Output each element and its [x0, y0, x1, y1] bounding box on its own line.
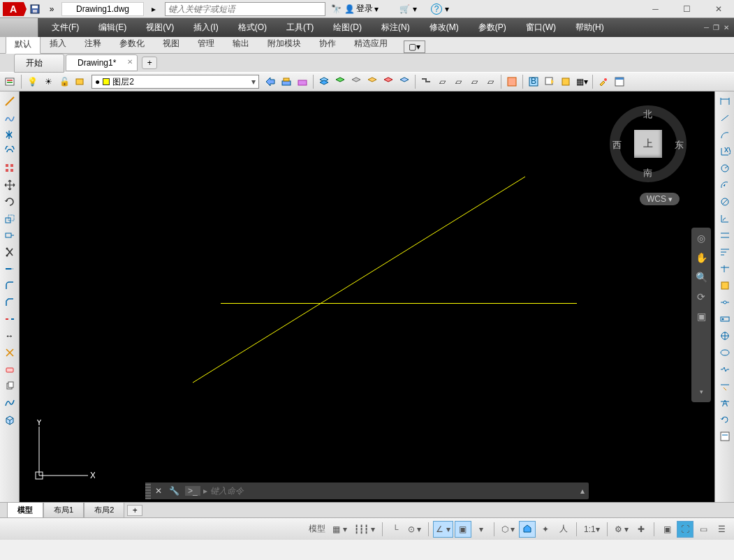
trim-tool-icon[interactable] — [1, 244, 18, 260]
layer-match-icon[interactable] — [279, 74, 294, 89]
menu-tools[interactable]: 工具(T) — [277, 18, 323, 37]
dim-edit-icon[interactable] — [717, 378, 733, 394]
viewcube-top[interactable]: 上 — [634, 130, 662, 158]
layer-combo[interactable]: ● 图层2 ▾ — [91, 75, 259, 89]
layers-thaw-icon[interactable] — [397, 74, 412, 89]
jog-line-icon[interactable] — [717, 362, 733, 377]
help-dropdown-icon[interactable]: ▾ — [445, 4, 449, 14]
dim-aligned-icon[interactable] — [717, 110, 733, 126]
annomonitor-icon[interactable]: 人 — [555, 521, 572, 538]
transparency-toggle-icon[interactable] — [519, 521, 536, 538]
snap-toggle-icon[interactable]: ┇┇┇ ▾ — [351, 521, 378, 538]
tab-output[interactable]: 输出 — [223, 34, 258, 53]
scale-tool-icon[interactable] — [1, 211, 18, 226]
nav-showmotion-icon[interactable]: ▣ — [693, 309, 709, 324]
dim-quick-icon[interactable] — [717, 228, 733, 243]
exchange-icon[interactable]: 🛒 — [399, 4, 410, 14]
array-tool-icon[interactable] — [1, 161, 18, 176]
stretch-tool-icon[interactable] — [1, 228, 18, 243]
title-search-arrow-icon[interactable]: ▸ — [146, 1, 161, 17]
layers-on-icon[interactable] — [332, 74, 348, 89]
help-icon[interactable]: ? — [431, 3, 442, 15]
menu-view[interactable]: 视图(V) — [136, 18, 184, 37]
layer-lock-icon[interactable]: 🔓 — [57, 74, 72, 89]
anno-scale-icon[interactable]: 1:1 ▾ — [581, 521, 603, 538]
cmdline-config-icon[interactable]: 🔧 — [166, 486, 182, 496]
explode-tool-icon[interactable] — [1, 345, 18, 360]
status-model-button[interactable]: 模型 — [306, 521, 328, 538]
tab-view[interactable]: 视图 — [154, 34, 189, 53]
filetab-drawing1[interactable]: Drawing1*✕ — [66, 54, 138, 71]
annotation-visibility-icon[interactable]: ✚ — [633, 521, 649, 538]
mirror-tool-icon[interactable] — [1, 127, 18, 142]
layer-properties-icon[interactable] — [3, 74, 18, 89]
mdi-minimize-icon[interactable]: ─ — [702, 24, 711, 31]
copy-tool-icon[interactable] — [1, 378, 18, 394]
layout-add-button[interactable]: + — [127, 505, 142, 516]
binoculars-icon[interactable]: 🔭 — [331, 4, 342, 14]
command-input[interactable] — [207, 486, 576, 496]
inspect-icon[interactable] — [717, 345, 733, 360]
join-tool-icon[interactable]: ↔ — [1, 328, 18, 344]
chamfer-tool-icon[interactable] — [1, 295, 18, 310]
dim-tedit-icon[interactable]: A — [717, 395, 733, 411]
layer-filter-icon[interactable]: 💡 — [24, 74, 40, 89]
dim-style-icon[interactable] — [717, 429, 733, 444]
erase-tool-icon[interactable] — [1, 362, 18, 377]
tab-annotate[interactable]: 注释 — [75, 34, 110, 53]
nav-zoom-icon[interactable]: 🔍 — [693, 270, 709, 285]
viewcube-south[interactable]: 南 — [643, 167, 652, 179]
viewcube-west[interactable]: 西 — [612, 139, 622, 152]
tab-featured[interactable]: 精选应用 — [345, 34, 397, 53]
dim-ordinate-icon[interactable]: xy — [717, 144, 733, 159]
drawn-line-horizontal[interactable] — [221, 303, 577, 304]
viewcube-north[interactable]: 北 — [643, 108, 652, 121]
ucs-icon[interactable]: XY — [32, 420, 95, 482]
mdi-close-icon[interactable]: ✕ — [721, 24, 731, 31]
maximize-button[interactable]: ☐ — [671, 0, 703, 18]
properties-match-icon[interactable] — [596, 74, 611, 89]
layers-stack-icon[interactable] — [316, 74, 332, 89]
move-tool-icon[interactable] — [1, 177, 18, 193]
viewcube-east[interactable]: 东 — [675, 139, 684, 152]
block-create-icon[interactable]: B — [526, 74, 541, 89]
menu-insert[interactable]: 插入(I) — [184, 18, 228, 37]
app-logo[interactable]: A — [3, 2, 24, 16]
qat-save-icon[interactable] — [27, 1, 43, 17]
offset-tool-icon[interactable] — [1, 144, 18, 159]
dim-baseline-icon[interactable] — [717, 244, 733, 260]
center-mark-icon[interactable] — [717, 328, 733, 344]
tab-collab[interactable]: 协作 — [310, 34, 345, 53]
lineweight-toggle-icon[interactable]: ⬡ ▾ — [499, 521, 518, 538]
search-input[interactable] — [165, 2, 325, 16]
extend-tool-icon[interactable] — [1, 261, 18, 277]
close-button[interactable]: ✕ — [703, 0, 734, 18]
cycling-toggle-icon[interactable]: ✦ — [537, 521, 554, 538]
block-define-icon[interactable]: ▦▾ — [574, 74, 589, 89]
tab-manage[interactable]: 管理 — [189, 34, 223, 53]
menu-window[interactable]: 窗口(W) — [516, 18, 566, 37]
dim-linear-icon[interactable] — [717, 94, 733, 109]
menu-help[interactable]: 帮助(H) — [566, 18, 614, 37]
nav-expand-icon[interactable]: ▾ — [693, 384, 709, 399]
user-icon[interactable]: 👤 登录 ▾ — [344, 3, 379, 15]
ortho-toggle-icon[interactable]: └ — [387, 521, 404, 538]
layers-vp-icon[interactable]: ▱ — [450, 74, 466, 89]
menu-draw[interactable]: 绘图(D) — [323, 18, 372, 37]
layers-walk-icon[interactable]: ▱ — [434, 74, 450, 89]
filetab-close-icon[interactable]: ✕ — [127, 58, 133, 66]
qat-more-icon[interactable]: » — [44, 1, 59, 17]
tab-insert[interactable]: 插入 — [41, 34, 75, 53]
minimize-button[interactable]: ─ — [640, 0, 671, 18]
cmdline-history-icon[interactable]: ▴ — [576, 486, 589, 496]
layers-copy-icon[interactable]: ▱ — [467, 74, 482, 89]
layers-lock-icon[interactable] — [365, 74, 380, 89]
hardware-accel-icon[interactable]: ⛶ — [677, 521, 693, 538]
workspace-switch-icon[interactable]: ⚙ ▾ — [612, 521, 631, 538]
menu-format[interactable]: 格式(O) — [228, 18, 277, 37]
polar-toggle-icon[interactable]: ⊙ ▾ — [405, 521, 424, 538]
cmdline-close-icon[interactable]: ✕ — [151, 486, 166, 496]
dim-jog-icon[interactable] — [717, 177, 733, 193]
line-tool-icon[interactable] — [1, 94, 18, 109]
tab-addins[interactable]: 附加模块 — [258, 34, 310, 53]
